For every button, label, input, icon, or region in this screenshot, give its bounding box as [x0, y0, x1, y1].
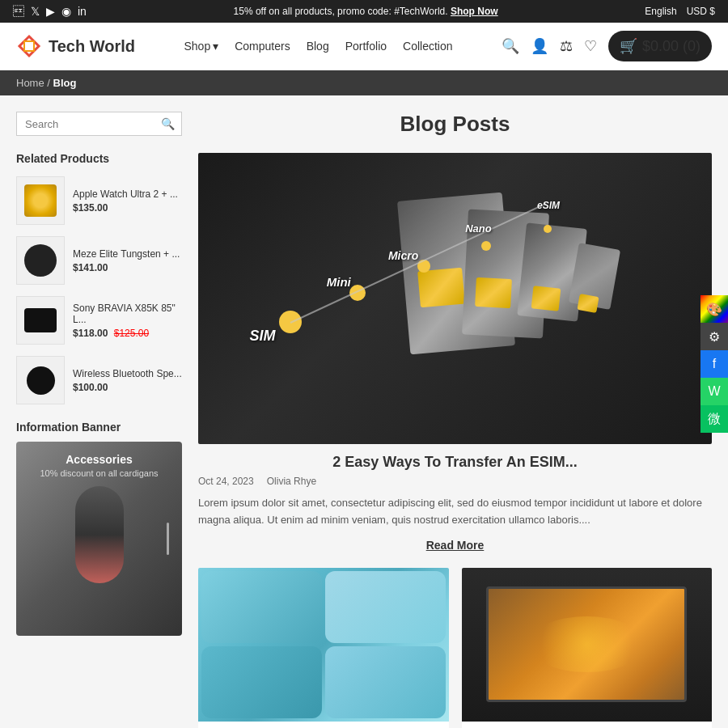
cart-icon: 🛒 — [620, 37, 637, 55]
product-thumb-watch — [16, 176, 65, 225]
nav-blog[interactable]: Blog — [307, 40, 329, 53]
header: Tech World Shop ▾ Computers Blog Portfol… — [0, 23, 728, 70]
product-info: Sony BRAVIA X85K 85" L... $118.00 $125.0… — [73, 303, 182, 339]
nav-collection[interactable]: Collection — [403, 40, 452, 53]
blog-card-image-phones — [198, 568, 449, 722]
search-input[interactable] — [25, 118, 161, 130]
header-icons: 🔍 👤 ⚖ ♡ 🛒 $0.00 (0) — [502, 31, 712, 61]
camera-image — [24, 308, 57, 332]
product-info: Meze Elite Tungsten + ... $141.00 — [73, 248, 180, 273]
post-author: Olivia Rhye — [267, 476, 316, 487]
facebook-icon[interactable]: f — [700, 350, 728, 378]
wishlist-icon[interactable]: ♡ — [584, 37, 597, 55]
blog-card-image-microwave — [462, 568, 713, 722]
promo-text: 15% off on all products, promo code: #Te… — [87, 6, 645, 17]
product-info: Apple Watch Ultra 2 + ... $135.00 — [73, 188, 178, 214]
logo-icon — [16, 33, 42, 59]
account-icon[interactable]: 👤 — [531, 37, 548, 55]
info-banner-title: Information Banner — [16, 421, 182, 434]
shop-now-link[interactable]: Shop Now — [451, 6, 498, 17]
banner-card[interactable]: Accessories 10% discount on all cardigan… — [16, 442, 182, 636]
whatsapp-icon[interactable]: W — [700, 378, 728, 405]
product-item[interactable]: Meze Elite Tungsten + ... $141.00 — [16, 236, 182, 285]
post-excerpt: Lorem ipsum dolor sit amet, consectetur … — [198, 495, 712, 529]
phone-tile-1 — [201, 571, 322, 643]
blog-card-info: Tecno Spark 8C - Review Of 10... — [198, 722, 449, 728]
read-more: Read More — [198, 539, 712, 552]
featured-post: SIM Mini Micro Nano eSIM 2 Easy Ways To … — [198, 153, 712, 552]
lang-currency: English USD $ — [645, 6, 715, 17]
phone-tile-2 — [325, 571, 446, 643]
blog-card-phones[interactable]: Tecno Spark 8C - Review Of 10... — [198, 568, 449, 728]
side-actions: 🎨 ⚙ f W 微 — [700, 295, 728, 433]
blog-card-info: TOP 5 Built-In Microwave Ovens -... — [462, 722, 713, 728]
read-more-link[interactable]: Read More — [426, 539, 485, 552]
watch-image — [24, 184, 57, 217]
phone-tile-4 — [325, 646, 446, 718]
breadcrumb-home[interactable]: Home — [16, 77, 44, 89]
sidebar: 🔍 Related Products Apple Watch Ultra 2 +… — [16, 112, 182, 728]
nav-computers[interactable]: Computers — [235, 40, 290, 53]
currency-selector[interactable]: USD $ — [687, 6, 715, 17]
settings-icon[interactable]: ⚙ — [700, 323, 728, 350]
post-date: Oct 24, 2023 — [198, 476, 254, 487]
announcement-bar:  𝕏 ▶ ◉ in 15% off on all products, prom… — [0, 0, 728, 23]
main-nav: Shop ▾ Computers Blog Portfolio Collecti… — [184, 40, 452, 53]
social-icons:  𝕏 ▶ ◉ in — [13, 5, 87, 18]
nav-shop[interactable]: Shop ▾ — [184, 40, 218, 53]
compare-icon[interactable]: ⚖ — [560, 37, 573, 55]
product-item[interactable]: Sony BRAVIA X85K 85" L... $118.00 $125.0… — [16, 296, 182, 345]
oven-visual — [462, 568, 713, 722]
sim-visual: SIM Mini Micro Nano eSIM — [198, 153, 712, 444]
featured-post-image[interactable]: SIM Mini Micro Nano eSIM — [198, 153, 712, 444]
twitter-social-icon[interactable]: 𝕏 — [31, 5, 40, 18]
product-item[interactable]: Apple Watch Ultra 2 + ... $135.00 — [16, 176, 182, 225]
banner-product-image — [75, 486, 124, 583]
post-meta: Oct 24, 2023 Olivia Rhye — [198, 476, 712, 487]
breadcrumb-separator: / — [47, 77, 53, 89]
logo[interactable]: Tech World — [16, 33, 135, 59]
chevron-down-icon: ▾ — [213, 40, 218, 53]
featured-post-title: 2 Easy Ways To Transfer An ESIM... — [198, 454, 712, 471]
product-info: Wireless Bluetooth Spe... $100.00 — [73, 368, 182, 393]
phone-visual — [198, 568, 449, 722]
search-box[interactable]: 🔍 — [16, 112, 182, 136]
headphones-image — [24, 244, 57, 277]
related-products-title: Related Products — [16, 152, 182, 165]
cart-button[interactable]: 🛒 $0.00 (0) — [608, 31, 712, 61]
language-selector[interactable]: English — [645, 6, 676, 17]
breadcrumb: Home / Blog — [0, 70, 728, 95]
oven-glow — [528, 616, 645, 671]
main-layout: 🔍 Related Products Apple Watch Ultra 2 +… — [0, 95, 728, 728]
nav-portfolio[interactable]: Portfolio — [345, 40, 387, 53]
search-icon[interactable]: 🔍 — [161, 117, 175, 130]
wechat-icon[interactable]: 微 — [700, 405, 728, 433]
product-thumb-headphones — [16, 236, 65, 285]
product-item[interactable]: Wireless Bluetooth Spe... $100.00 — [16, 356, 182, 404]
facebook-social-icon[interactable]:  — [13, 5, 24, 18]
page-title: Blog Posts — [198, 112, 712, 137]
phone-tile-3 — [201, 646, 322, 718]
color-picker-icon[interactable]: 🎨 — [700, 295, 728, 323]
youtube-social-icon[interactable]: ▶ — [46, 5, 55, 18]
related-products: Related Products Apple Watch Ultra 2 + .… — [16, 152, 182, 404]
linkedin-social-icon[interactable]: in — [78, 5, 87, 18]
product-thumb-speaker — [16, 356, 65, 404]
banner-swipe-indicator — [167, 523, 169, 555]
blog-grid: Tecno Spark 8C - Review Of 10... TOP 5 B… — [198, 568, 712, 728]
oven-inner — [486, 586, 687, 702]
info-banner: Information Banner Accessories 10% disco… — [16, 421, 182, 636]
blog-card-microwave[interactable]: TOP 5 Built-In Microwave Ovens -... — [462, 568, 713, 728]
product-thumb-camera — [16, 296, 65, 345]
speaker-image — [27, 366, 55, 395]
instagram-social-icon[interactable]: ◉ — [61, 5, 71, 18]
main-content: Blog Posts — [198, 112, 712, 728]
breadcrumb-current: Blog — [53, 77, 77, 89]
search-icon[interactable]: 🔍 — [502, 37, 519, 55]
